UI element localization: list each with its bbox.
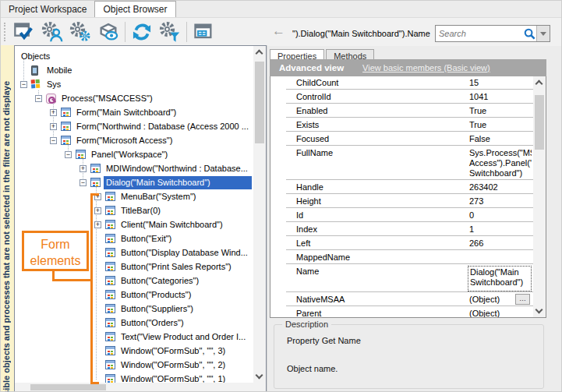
property-row[interactable]: MappedName <box>270 251 533 265</box>
tree-hscroll-thumb[interactable] <box>30 384 106 390</box>
property-value[interactable]: False <box>468 133 532 145</box>
property-row[interactable]: EnabledTrue <box>270 104 533 118</box>
tree-item[interactable]: Window("OFormSub", "", 2) <box>15 358 253 373</box>
description-line1: Property Get Name <box>287 336 361 345</box>
property-row[interactable]: Left266 <box>270 237 533 251</box>
property-row[interactable]: Handle263402 <box>270 181 533 195</box>
property-value[interactable]: 15 <box>468 77 532 89</box>
grid-vertical-scrollbar[interactable] <box>533 76 546 317</box>
form-icon <box>105 220 115 229</box>
tree-item[interactable]: Button("Categories") <box>15 274 253 288</box>
property-row[interactable]: FocusedFalse <box>270 132 533 147</box>
scroll-down-icon[interactable] <box>535 306 543 314</box>
options-gears-icon[interactable] <box>66 19 94 44</box>
form-icon <box>61 122 71 131</box>
expand-toggle-icon[interactable]: + <box>94 207 101 214</box>
tree-item[interactable]: −Form("Microsoft Access") <box>15 134 253 148</box>
property-row[interactable]: ControlId1041 <box>270 90 533 104</box>
property-row[interactable]: NameDialog("Main Switchboard") <box>270 265 533 293</box>
scroll-up-icon[interactable] <box>256 50 263 58</box>
scroll-down-icon[interactable] <box>256 372 263 380</box>
basic-view-link[interactable]: View basic members (Basic view) <box>362 63 490 72</box>
chevron-down-icon <box>540 32 546 36</box>
property-value[interactable]: 266 <box>468 238 532 249</box>
access-icon <box>46 94 56 104</box>
property-value[interactable]: 1 <box>468 224 532 235</box>
property-row[interactable]: ChildCount15 <box>270 76 533 90</box>
property-row[interactable]: Id0 <box>270 209 533 223</box>
property-row[interactable]: ExistsTrue <box>270 118 533 132</box>
property-row[interactable]: Index1 <box>270 223 533 237</box>
property-row[interactable]: Height273 <box>270 195 533 209</box>
tree-item[interactable]: Window("OFormSub", "", 3) <box>15 344 253 358</box>
tree-vscroll-thumb[interactable] <box>255 62 264 143</box>
expand-toggle-icon[interactable]: + <box>50 123 57 130</box>
property-value[interactable]: True <box>468 105 532 117</box>
form-icon <box>90 164 101 173</box>
tree-item[interactable]: −Process("MSACCESS") <box>15 92 253 106</box>
tree-item[interactable]: Window("OFormSub", "", 1) <box>15 373 253 383</box>
expand-toggle-icon[interactable]: + <box>80 165 87 172</box>
tree-horizontal-scrollbar[interactable] <box>15 383 253 392</box>
pane-splitter[interactable] <box>267 45 267 392</box>
filter-gear-icon[interactable] <box>156 19 184 44</box>
property-row[interactable]: FullNameSys.Process("MSA Access").Panel(… <box>270 147 533 181</box>
expand-toggle-icon[interactable]: + <box>94 221 101 228</box>
property-value[interactable]: Sys.Process("MSA Access").Panel("W Switc… <box>468 147 532 179</box>
tree-item[interactable]: Mobile <box>15 64 253 78</box>
property-row[interactable]: NativeMSAA(Object)… <box>270 293 533 307</box>
search-options-dropdown[interactable] <box>536 26 550 41</box>
tab-methods[interactable]: Methods <box>326 49 374 59</box>
property-name: Exists <box>296 120 319 129</box>
tree-item[interactable]: +MDIWindow("Northwind : Database... <box>15 162 253 176</box>
tree-item[interactable]: Button("Products") <box>15 288 253 302</box>
highlight-object-eye-icon[interactable] <box>94 19 122 44</box>
tree-item[interactable]: −Sys <box>15 78 253 92</box>
property-value[interactable]: 263402 <box>468 182 532 193</box>
tree-root-objects[interactable]: Objects <box>15 50 253 64</box>
tab-object-browser[interactable]: Object Browser <box>94 1 175 17</box>
collapse-toggle-icon[interactable]: − <box>50 137 57 144</box>
tree-item[interactable]: +Form("Northwind : Database (Access 2000… <box>15 120 253 134</box>
property-value[interactable]: 273 <box>468 196 532 207</box>
property-row[interactable]: Parent(Object) <box>270 307 533 318</box>
tree-item[interactable]: −Dialog("Main Switchboard") <box>15 176 253 190</box>
tree-item-label: Window("OFormSub", "", 3) <box>121 346 225 355</box>
expand-toggle-icon[interactable]: + <box>50 109 57 116</box>
property-value[interactable]: 1041 <box>468 91 532 103</box>
property-value[interactable]: 0 <box>468 210 532 221</box>
tab-project-workspace[interactable]: Project Workspace <box>1 2 94 17</box>
tree-item[interactable]: −Panel("Workspace") <box>15 148 253 162</box>
tree-item[interactable]: Button("Suppliers") <box>15 302 253 316</box>
collapse-toggle-icon[interactable]: − <box>20 81 27 88</box>
tree-item-label: Text("View Product and Order I... <box>121 332 246 341</box>
tree-item[interactable]: +Form("Main Switchboard") <box>15 106 253 120</box>
tree-vertical-scrollbar[interactable] <box>253 46 266 392</box>
property-value[interactable] <box>468 252 532 263</box>
toolbar-grip[interactable] <box>4 23 6 41</box>
search-icon[interactable] <box>523 27 536 41</box>
tab-properties[interactable]: Properties <box>270 49 324 59</box>
tree-item-label: Button("Orders") <box>121 318 184 327</box>
collapse-toggle-icon[interactable]: − <box>80 179 87 186</box>
object-ellipsis-button[interactable]: … <box>515 294 530 305</box>
collapse-toggle-icon[interactable]: − <box>65 151 72 158</box>
tree-item[interactable]: Text("View Product and Order I... <box>15 330 253 344</box>
search-input[interactable] <box>436 29 523 38</box>
tree-item[interactable]: Button("Orders") <box>15 316 253 330</box>
scroll-up-icon[interactable] <box>535 80 543 88</box>
grid-vscroll-thumb[interactable] <box>535 95 544 150</box>
property-value-text: True <box>469 106 486 115</box>
toolbar-separator <box>186 22 187 42</box>
property-value[interactable]: True <box>468 119 532 131</box>
tree-item[interactable]: +MenuBar("System") <box>15 190 253 204</box>
collapse-toggle-icon[interactable]: − <box>35 95 42 102</box>
back-arrow-icon[interactable]: ← <box>272 23 285 39</box>
tree-item[interactable]: +TitleBar(0) <box>15 204 253 218</box>
refresh-icon[interactable] <box>128 19 156 44</box>
property-value[interactable]: (Object) <box>468 308 532 318</box>
check-objects-icon[interactable] <box>10 19 38 44</box>
show-panel-icon[interactable] <box>189 19 217 44</box>
property-value[interactable]: Dialog("Main Switchboard") <box>468 266 532 291</box>
user-settings-icon[interactable] <box>38 19 66 44</box>
